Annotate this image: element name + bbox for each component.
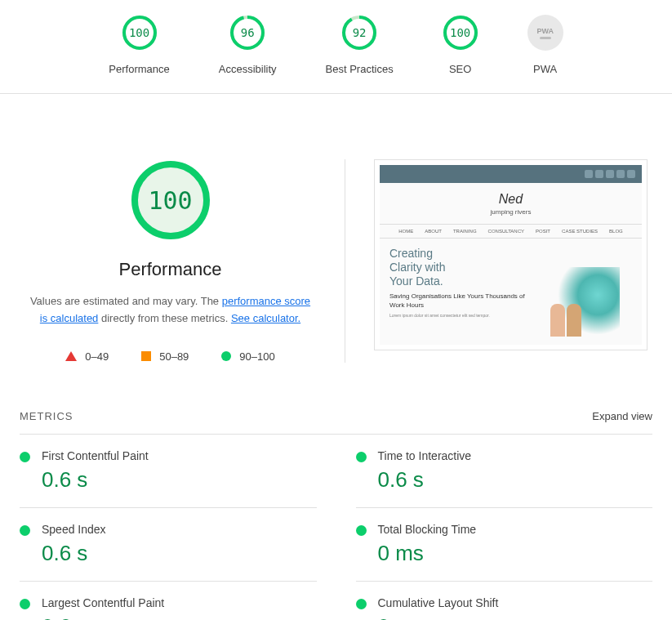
status-dot-icon [356,599,367,609]
metric-tti: Time to Interactive0.6 s [356,435,653,508]
page-screenshot: Nedjumping rivers HOMEABOUTTRAININGCONSU… [374,159,648,350]
nav-label: Best Practices [326,63,394,75]
expand-view-link[interactable]: Expand view [592,410,652,422]
see-calculator-link[interactable]: See calculator. [231,312,300,324]
status-dot-icon [356,525,367,536]
legend-pass: 90–100 [221,350,274,363]
metric-tbt: Total Blocking Time0 ms [356,508,653,582]
hero-description: Values are estimated and may vary. The p… [24,293,316,328]
legend-avg: 50–89 [141,350,189,363]
legend-fail: 0–49 [65,350,109,363]
hero-title: Performance [119,259,222,280]
performance-gauge: 100 [130,159,211,241]
gauge-icon: 92 [341,15,377,51]
metrics-section: METRICS Expand view First Contentful Pai… [0,404,672,620]
status-dot-icon [20,599,30,609]
gauge-icon: 96 [229,15,265,51]
gauge-icon: 100 [122,15,158,51]
metrics-heading: METRICS [20,410,73,422]
category-nav: 100 Performance 96 Accessibility 92 Best… [0,0,672,94]
hero-summary: 100 Performance Values are estimated and… [24,159,345,363]
metric-speed-index: Speed Index0.6 s [20,508,317,582]
metric-fcp: First Contentful Paint0.6 s [20,435,317,508]
triangle-icon [65,351,77,361]
nav-pwa[interactable]: PWA PWA [527,15,563,75]
performance-hero: 100 Performance Values are estimated and… [0,94,672,404]
status-dot-icon [356,452,367,462]
gauge-icon: 100 [443,15,478,51]
nav-seo[interactable]: 100 SEO [443,15,478,75]
nav-accessibility[interactable]: 96 Accessibility [219,15,277,75]
pwa-badge-icon: PWA [527,15,563,51]
metric-cls: Cumulative Layout Shift0 [356,582,653,620]
circle-icon [221,351,231,361]
status-dot-icon [20,452,30,462]
nav-label: Performance [109,63,169,75]
nav-performance[interactable]: 100 Performance [109,15,169,75]
status-dot-icon [20,525,30,536]
square-icon [141,351,151,361]
nav-label: PWA [533,63,557,75]
metric-lcp: Largest Contentful Paint0.6 s [20,582,317,620]
nav-best-practices[interactable]: 92 Best Practices [326,15,394,75]
nav-label: SEO [449,63,471,75]
score-legend: 0–49 50–89 90–100 [65,350,274,363]
nav-label: Accessibility [219,63,277,75]
